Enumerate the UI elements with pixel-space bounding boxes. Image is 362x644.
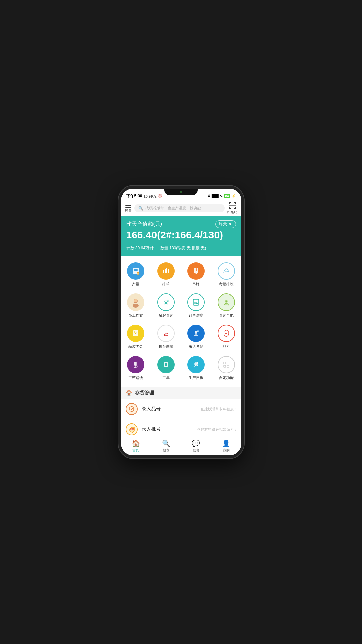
svg-rect-30 bbox=[225, 303, 228, 305]
record-attendance-icon bbox=[187, 325, 205, 342]
svg-rect-16 bbox=[165, 269, 166, 273]
grid-item-employee[interactable]: 员工档案 bbox=[121, 290, 151, 321]
signal1-icon: ▊▊▊ bbox=[212, 194, 219, 198]
svg-rect-12 bbox=[134, 272, 136, 272]
grid-item-tag[interactable]: 吊牌 bbox=[181, 259, 211, 290]
battery: 84 bbox=[224, 194, 230, 198]
svg-rect-5 bbox=[229, 207, 230, 209]
grid-item-product-number[interactable]: 品号 bbox=[211, 321, 241, 353]
list-item-product-entry[interactable]: 录入品号 创建版带和材料信息 › bbox=[121, 399, 241, 419]
inventory-section-icon: 🏠 bbox=[126, 390, 132, 396]
search-bar[interactable]: 🔍 找绣花版带、查生产进度、找功能 bbox=[134, 204, 225, 212]
svg-rect-47 bbox=[227, 362, 229, 364]
reports-icon: 🔍 bbox=[162, 439, 170, 447]
order-progress-icon bbox=[187, 293, 205, 311]
scroll-area[interactable]: ¥ 产量 排单 吊牌 bbox=[121, 256, 241, 443]
svg-point-19 bbox=[196, 269, 197, 271]
grid-label-process: 工艺路线 bbox=[128, 375, 143, 380]
grid-item-record-attendance[interactable]: 录入考勤 bbox=[181, 321, 211, 353]
svg-text:+: + bbox=[168, 300, 169, 302]
messages-icon: 💬 bbox=[192, 439, 200, 447]
grid-label-order-progress: 订单进度 bbox=[189, 313, 203, 318]
nav-reports[interactable]: 🔍 报表 bbox=[151, 439, 181, 453]
list-item-batch-entry[interactable]: SALE 录入批号 创建材料颜色批次编号 › bbox=[121, 419, 241, 440]
grid-item-work-order[interactable]: 工单 bbox=[151, 353, 181, 384]
tag-query-icon: + bbox=[157, 293, 175, 311]
svg-rect-8 bbox=[229, 205, 236, 206]
quality-icon: ¥ bbox=[127, 325, 144, 342]
production-icon: ¥ bbox=[127, 262, 144, 280]
machine-icon: TAJ IMA bbox=[157, 325, 175, 342]
grid-item-process[interactable]: 工艺路线 bbox=[121, 353, 151, 384]
notch bbox=[164, 189, 198, 195]
svg-rect-1 bbox=[229, 202, 230, 204]
svg-point-44 bbox=[194, 362, 198, 366]
grid-item-schedule[interactable]: 排单 bbox=[151, 259, 181, 290]
grid-label-schedule: 排单 bbox=[162, 282, 170, 287]
grid-label-machine: 机台调整 bbox=[159, 344, 173, 349]
production-banner: 昨天产值额(元) 昨天 ▼ 166.40(2#:166.4/130) 针数:30… bbox=[121, 216, 241, 256]
stat-quantity: 数量:130(瑕疵:无 报废:无) bbox=[160, 245, 206, 251]
search-icon: 🔍 bbox=[138, 206, 143, 211]
bluetooth-icon: ✗ bbox=[207, 194, 210, 198]
grid-label-capacity: 查询产能 bbox=[219, 313, 234, 318]
batch-entry-label: 录入批号 bbox=[142, 426, 193, 432]
grid-label-employee: 员工档案 bbox=[128, 313, 143, 318]
speed: 10.9K/s bbox=[144, 194, 157, 198]
daily-report-icon bbox=[187, 356, 205, 373]
grid-item-machine[interactable]: TAJ IMA 机台调整 bbox=[151, 321, 181, 353]
grid-item-capacity[interactable]: 查询产能 bbox=[211, 290, 241, 321]
grid-label-quality: 品质奖金 bbox=[128, 344, 143, 349]
svg-rect-11 bbox=[134, 270, 138, 271]
attendance-icon bbox=[218, 262, 235, 280]
home-icon: 🏠 bbox=[132, 439, 140, 447]
capacity-icon bbox=[218, 293, 235, 311]
nav-home[interactable]: 🏠 首页 bbox=[121, 439, 151, 453]
main-grid: ¥ 产量 排单 吊牌 bbox=[121, 256, 241, 387]
grid-item-attendance[interactable]: 考勤排班 bbox=[211, 259, 241, 290]
nav-messages-label: 信息 bbox=[193, 448, 199, 453]
nav-profile[interactable]: 👤 我的 bbox=[211, 439, 241, 453]
settings-button[interactable]: 设置 bbox=[125, 203, 132, 213]
scan-label: 扫条码 bbox=[227, 210, 237, 215]
svg-rect-3 bbox=[235, 202, 236, 204]
svg-rect-48 bbox=[224, 365, 226, 367]
svg-rect-33 bbox=[134, 331, 135, 333]
grid-item-tag-query[interactable]: + 吊牌查询 bbox=[151, 290, 181, 321]
nav-reports-label: 报表 bbox=[163, 448, 169, 453]
batch-entry-icon: SALE bbox=[126, 423, 138, 435]
nav-profile-label: 我的 bbox=[223, 448, 230, 453]
wifi-icon: ∿ bbox=[220, 194, 223, 198]
svg-point-29 bbox=[225, 301, 227, 302]
nav-home-label: 首页 bbox=[132, 448, 139, 453]
stat-needles: 针数:30.64万针 bbox=[126, 245, 154, 251]
grid-label-tag-query: 吊牌查询 bbox=[159, 313, 173, 318]
work-order-icon bbox=[157, 356, 175, 373]
product-entry-icon bbox=[126, 403, 138, 415]
scan-icon bbox=[228, 202, 236, 210]
svg-rect-10 bbox=[134, 269, 138, 270]
grid-label-product-number: 品号 bbox=[223, 344, 230, 349]
grid-label-attendance: 考勤排班 bbox=[219, 282, 234, 287]
production-value: 166.40(2#:166.4/130) bbox=[126, 229, 236, 243]
svg-rect-46 bbox=[224, 362, 226, 364]
grid-label-production: 产量 bbox=[132, 282, 139, 287]
svg-rect-18 bbox=[168, 269, 169, 273]
grid-item-production[interactable]: ¥ 产量 bbox=[121, 259, 151, 290]
bottom-nav: 🏠 首页 🔍 报表 💬 信息 👤 我的 bbox=[121, 438, 241, 455]
alarm-icon: ⏰ bbox=[158, 194, 162, 198]
filter-button[interactable]: 昨天 ▼ bbox=[215, 220, 236, 228]
nav-messages[interactable]: 💬 信息 bbox=[181, 439, 211, 453]
tag-icon bbox=[187, 262, 205, 280]
grid-item-quality[interactable]: ¥ 品质奖金 bbox=[121, 321, 151, 353]
scan-button[interactable]: 扫条码 bbox=[227, 202, 237, 215]
process-icon bbox=[127, 356, 144, 373]
grid-item-daily-report[interactable]: 生产日报 bbox=[181, 353, 211, 384]
svg-rect-49 bbox=[227, 365, 229, 367]
inventory-section-header: 🏠 存货管理 bbox=[121, 387, 241, 399]
svg-point-45 bbox=[197, 362, 199, 364]
grid-label-work-order: 工单 bbox=[162, 375, 170, 380]
grid-item-order-progress[interactable]: 订单进度 bbox=[181, 290, 211, 321]
profile-icon: 👤 bbox=[222, 439, 230, 447]
grid-item-custom[interactable]: 自定功能 bbox=[211, 353, 241, 384]
